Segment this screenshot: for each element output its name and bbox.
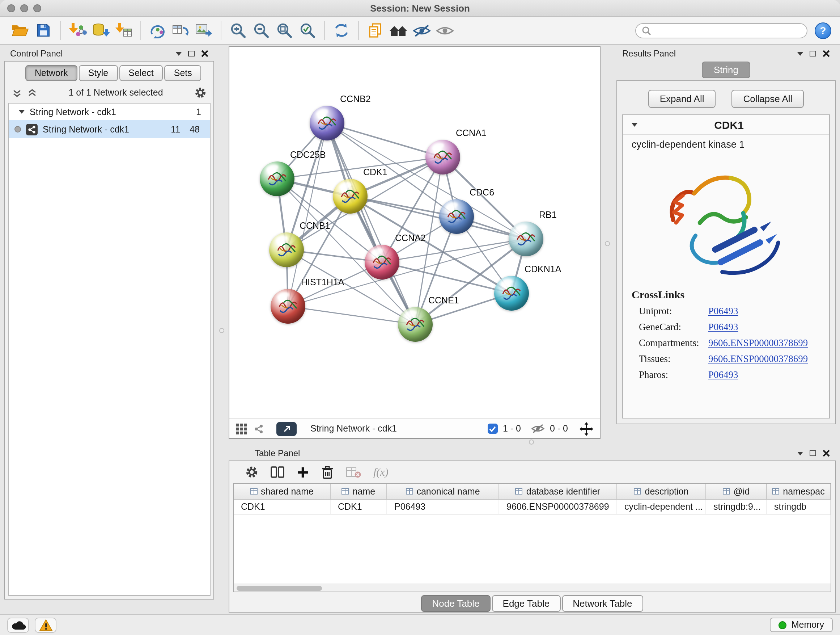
disclosure-triangle-icon[interactable] [632,123,638,126]
show-all-button[interactable] [387,19,410,41]
network-collection-row[interactable]: String Network - cdk1 1 [9,103,210,120]
columns-icon[interactable] [271,466,284,478]
network-row-selected[interactable]: String Network - cdk1 11 48 [9,120,210,138]
save-session-button[interactable] [32,19,55,41]
network-edge[interactable] [288,239,526,306]
network-canvas[interactable]: CCNB2CCNA1CDC25BCDK1CDC6RB1CCNB1CCNA2CDK… [229,47,600,418]
zoom-out-button[interactable] [249,19,273,41]
memory-button[interactable]: Memory [770,618,833,632]
collapse-panel-icon[interactable] [797,52,803,55]
network-node-CCNA1[interactable] [425,140,460,174]
network-node-RB1[interactable] [508,222,543,256]
delete-column-icon[interactable] [321,465,333,479]
new-network-from-selection-button[interactable] [146,19,169,41]
show-hidden-button[interactable] [433,19,456,41]
network-node-CDK1[interactable] [333,179,368,214]
expand-all-button[interactable]: Expand All [648,90,716,108]
expand-all-icon[interactable] [27,88,37,97]
control-panel-tabs: Network Style Select Sets [5,62,213,84]
float-panel-icon[interactable] [810,450,816,456]
import-table-from-file-button[interactable] [112,19,135,41]
selected-checkbox-icon[interactable] [488,424,498,434]
column-header-id[interactable]: @id [706,484,767,499]
node-detail-header[interactable]: CDK1 [623,115,829,135]
clone-network-button[interactable] [169,19,193,41]
search-input[interactable] [655,25,801,35]
column-header-database-identifier[interactable]: database identifier [499,484,617,499]
cell-name: CDK1 [331,500,387,514]
tab-edge-table[interactable]: Edge Table [492,595,561,611]
column-header-namespace[interactable]: namespac [767,484,831,499]
disclosure-triangle-icon[interactable] [19,110,25,114]
network-edge[interactable] [327,123,443,157]
close-panel-icon[interactable] [201,50,208,57]
close-panel-icon[interactable] [823,450,830,457]
zoom-fit-button[interactable] [273,19,296,41]
network-node-CCNB2[interactable] [309,106,344,141]
warnings-button[interactable] [35,617,57,632]
tab-network[interactable]: Network [25,65,77,81]
scrollbar-thumb[interactable] [237,586,322,591]
open-in-new-window-button[interactable] [276,422,297,435]
share-view-icon[interactable] [253,423,264,434]
tab-sets[interactable]: Sets [164,65,202,81]
zoom-window-button[interactable] [33,4,41,12]
network-edge[interactable] [327,123,415,325]
zoom-in-button[interactable] [226,19,249,41]
float-panel-icon[interactable] [188,51,195,57]
tab-node-table[interactable]: Node Table [421,595,490,611]
collapse-all-button[interactable]: Collapse All [732,90,804,108]
column-header-shared-name[interactable]: shared name [234,484,331,499]
help-button[interactable]: ? [815,22,831,39]
crosslink-link[interactable]: 9606.ENSP00000378699 [708,351,808,367]
collapse-panel-icon[interactable] [176,52,182,55]
table-row[interactable]: CDK1 CDK1 P06493 9606.ENSP00000378699 cy… [234,500,831,515]
tab-style[interactable]: Style [79,65,118,81]
function-builder-button[interactable]: f(x) [373,466,388,478]
hidden-eye-slash-icon[interactable] [531,424,545,434]
hide-selected-button[interactable] [410,19,433,41]
close-window-button[interactable] [7,4,15,12]
open-session-button[interactable] [9,19,32,41]
vertical-splitter-handle[interactable] [219,328,224,333]
network-node-CDC25B[interactable] [260,162,294,196]
collapse-panel-icon[interactable] [797,451,803,455]
network-node-CCNB1[interactable] [269,233,304,267]
add-column-icon[interactable] [297,466,309,478]
tab-select[interactable]: Select [119,65,163,81]
gear-icon[interactable] [245,466,258,478]
import-network-from-file-button[interactable] [66,19,89,41]
copy-document-button[interactable] [364,19,387,41]
network-node-CDC6[interactable] [439,199,474,234]
network-node-CDKN1A[interactable] [494,276,529,310]
network-edge[interactable] [288,306,415,325]
zoom-selected-button[interactable] [296,19,319,41]
crosslink-link[interactable]: P06493 [708,319,738,335]
column-header-description[interactable]: description [617,484,706,499]
vertical-splitter-handle[interactable] [605,241,610,246]
minimize-window-button[interactable] [20,4,28,12]
tab-string[interactable]: String [701,62,751,78]
crosslink-link[interactable]: 9606.ENSP00000378699 [708,335,808,351]
crosshair-pan-icon[interactable] [579,422,593,435]
export-image-button[interactable] [193,19,216,41]
tab-network-table[interactable]: Network Table [562,595,643,611]
network-node-HIST1H1A[interactable] [271,289,305,324]
gear-icon[interactable] [195,87,206,98]
network-node-CCNE1[interactable] [398,307,433,342]
cloud-status-button[interactable] [7,617,29,632]
column-header-name[interactable]: name [331,484,387,499]
crosslink-link[interactable]: P06493 [708,303,738,319]
grid-view-icon[interactable] [236,423,247,434]
crosslink-label: Pharos: [623,367,708,383]
column-header-canonical-name[interactable]: canonical name [387,484,499,499]
horizontal-splitter-handle[interactable] [529,440,534,445]
collapse-all-icon[interactable] [12,88,22,97]
network-node-CCNA2[interactable] [365,245,399,279]
crosslink-link[interactable]: P06493 [708,367,738,383]
refresh-view-button[interactable] [330,19,353,41]
close-panel-icon[interactable] [823,50,830,57]
delete-table-icon[interactable] [346,466,361,478]
import-network-from-database-button[interactable] [89,19,112,41]
float-panel-icon[interactable] [810,51,816,57]
